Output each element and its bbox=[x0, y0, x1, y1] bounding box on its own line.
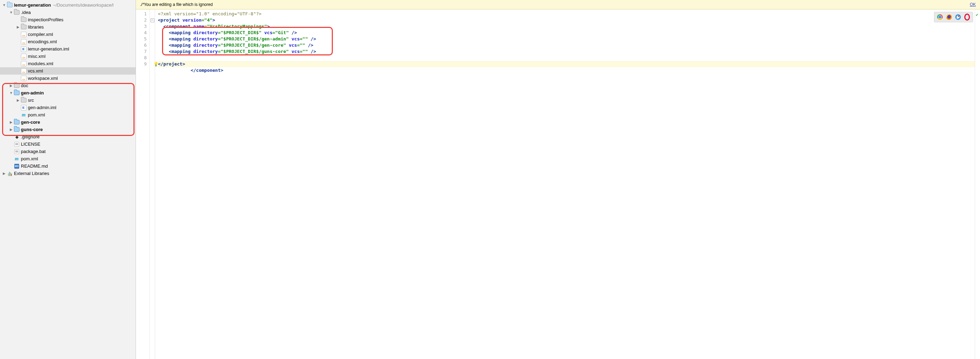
tree-label: package.bat bbox=[21, 149, 46, 154]
tree-label: External Libraries bbox=[14, 171, 49, 176]
tree-label: guns-core bbox=[21, 127, 43, 132]
code-body[interactable]: <?xml version="1.0" encoding="UTF-8"?> <… bbox=[155, 10, 975, 359]
safari-icon[interactable] bbox=[955, 14, 961, 20]
tree-label: misc.xml bbox=[28, 54, 46, 59]
line-number-gutter: 1 2 3 4 5 6 7 8 9 bbox=[136, 10, 150, 359]
code-editor[interactable]: 1 2 3 4 5 6 7 8 9 − <?xml version="1.0" … bbox=[136, 10, 980, 359]
folder-icon bbox=[7, 2, 13, 8]
opera-icon[interactable] bbox=[964, 14, 970, 21]
xml-file-icon: <> bbox=[21, 68, 27, 74]
xml-file-icon: <> bbox=[21, 39, 27, 44]
tree-node-root-pom[interactable]: m pom.xml bbox=[0, 155, 135, 162]
tree-label: doc bbox=[21, 83, 28, 88]
chevron-right-icon: ▶ bbox=[9, 127, 13, 132]
project-tree[interactable]: ▼ lemur-generation ~/Documents/ideaworks… bbox=[0, 0, 136, 359]
xml-file-icon: <> bbox=[21, 76, 27, 81]
git-file-icon: ◆ bbox=[14, 134, 19, 140]
folder-icon bbox=[14, 119, 19, 125]
chrome-icon[interactable] bbox=[937, 14, 943, 20]
tree-node-encodings[interactable]: <> encodings.xml bbox=[0, 38, 135, 45]
line-number: 1 bbox=[136, 11, 147, 17]
tree-label: gen-core bbox=[21, 119, 40, 125]
intention-bulb-icon[interactable]: 💡 bbox=[153, 61, 158, 65]
tree-label: src bbox=[28, 98, 34, 103]
project-name: lemur-generation bbox=[14, 2, 51, 8]
ignored-file-banner: .i* You are editing a file which is igno… bbox=[136, 0, 980, 10]
tree-node-external-libraries[interactable]: ▶ External Libraries bbox=[0, 170, 135, 177]
open-in-browser-bar bbox=[934, 12, 973, 22]
folder-icon bbox=[21, 24, 27, 30]
tree-label: vcs.xml bbox=[28, 68, 43, 73]
tree-label: lemur-generation.iml bbox=[28, 46, 69, 52]
project-path-hint: ~/Documents/ideaworkspace/l bbox=[53, 2, 114, 8]
tree-node-misc[interactable]: <> misc.xml bbox=[0, 52, 135, 60]
text-file-icon bbox=[14, 141, 19, 147]
tree-label: libraries bbox=[28, 24, 44, 30]
tree-node-package-bat[interactable]: package.bat bbox=[0, 148, 135, 155]
markdown-file-icon: MD bbox=[14, 164, 19, 169]
tree-label: modules.xml bbox=[28, 61, 53, 66]
tree-node-compiler[interactable]: <> compiler.xml bbox=[0, 31, 135, 38]
tree-root[interactable]: ▼ lemur-generation ~/Documents/ideaworks… bbox=[0, 2, 135, 9]
code-text: <?xml version="1.0" encoding="UTF-8"?> bbox=[158, 11, 261, 16]
chevron-right-icon: ▶ bbox=[16, 25, 20, 29]
folder-icon bbox=[14, 127, 19, 132]
tree-node-iml[interactable]: ◧ lemur-generation.iml bbox=[0, 45, 135, 52]
tree-node-gitignore[interactable]: ◆ .gitignore bbox=[0, 133, 135, 140]
tree-node-guns-core[interactable]: ▶ guns-core bbox=[0, 126, 135, 133]
chevron-down-icon: ▼ bbox=[2, 3, 6, 7]
chevron-right-icon: ▶ bbox=[9, 120, 13, 124]
tree-label: pom.xml bbox=[21, 156, 38, 161]
tree-label: gen-admin bbox=[21, 90, 44, 95]
iml-file-icon: ◧ bbox=[21, 46, 27, 52]
tree-node-gen-admin[interactable]: ▼ gen-admin bbox=[0, 89, 135, 97]
tree-node-src[interactable]: ▶ src bbox=[0, 97, 135, 104]
tree-node-inspection[interactable]: inspectionProfiles bbox=[0, 16, 135, 23]
line-number: 8 bbox=[136, 55, 147, 61]
tree-node-modules[interactable]: <> modules.xml bbox=[0, 60, 135, 67]
tree-node-libraries[interactable]: ▶ libraries bbox=[0, 23, 135, 31]
text-file-icon bbox=[14, 149, 19, 154]
folder-icon bbox=[14, 90, 19, 96]
tree-node-workspace[interactable]: <> workspace.xml bbox=[0, 75, 135, 82]
tree-label: README.md bbox=[21, 164, 48, 169]
folder-icon bbox=[21, 17, 27, 23]
tree-node-readme[interactable]: MD README.md bbox=[0, 162, 135, 170]
xml-file-icon: <> bbox=[21, 61, 27, 67]
line-number: 5 bbox=[136, 36, 147, 42]
tree-node-gen-core[interactable]: ▶ gen-core bbox=[0, 119, 135, 126]
folder-icon bbox=[14, 83, 19, 89]
line-number: 2 bbox=[136, 17, 147, 23]
line-number: 4 bbox=[136, 30, 147, 36]
line-number: 9 bbox=[136, 61, 147, 67]
tree-label: inspectionProfiles bbox=[28, 17, 64, 22]
chevron-down-icon: ▼ bbox=[9, 91, 13, 95]
folder-icon bbox=[21, 98, 27, 103]
tree-node-vcs[interactable]: <> vcs.xml bbox=[0, 67, 135, 75]
tree-label: .gitignore bbox=[21, 134, 40, 140]
tree-label: gen-admin.iml bbox=[28, 105, 56, 110]
tree-node-idea[interactable]: ▼ .idea bbox=[0, 9, 135, 16]
tree-label: LICENSE bbox=[21, 141, 40, 147]
tree-node-gen-admin-iml[interactable]: ◧ gen-admin.iml bbox=[0, 104, 135, 111]
line-number: 6 bbox=[136, 42, 147, 48]
tree-label: encodings.xml bbox=[28, 39, 57, 44]
fold-toggle-icon[interactable]: − bbox=[151, 19, 154, 22]
xml-file-icon: <> bbox=[21, 54, 27, 59]
tree-node-license[interactable]: LICENSE bbox=[0, 140, 135, 148]
banner-ok-link[interactable]: OK bbox=[970, 2, 976, 7]
firefox-icon[interactable] bbox=[946, 14, 952, 20]
tree-node-doc[interactable]: ▶ doc bbox=[0, 82, 135, 89]
chevron-right-icon: ▶ bbox=[16, 98, 20, 102]
maven-file-icon: m bbox=[21, 112, 27, 118]
tree-label: .idea bbox=[21, 10, 31, 15]
maven-file-icon: m bbox=[14, 156, 19, 162]
chevron-down-icon: ▼ bbox=[9, 10, 13, 14]
inspection-ok-icon: ✔ bbox=[976, 11, 978, 18]
xml-file-icon: <> bbox=[21, 32, 27, 37]
tree-node-pom[interactable]: m pom.xml bbox=[0, 111, 135, 119]
tree-label: compiler.xml bbox=[28, 32, 53, 37]
tree-label: workspace.xml bbox=[28, 76, 58, 81]
chevron-right-icon: ▶ bbox=[2, 172, 6, 175]
line-number: 3 bbox=[136, 23, 147, 30]
